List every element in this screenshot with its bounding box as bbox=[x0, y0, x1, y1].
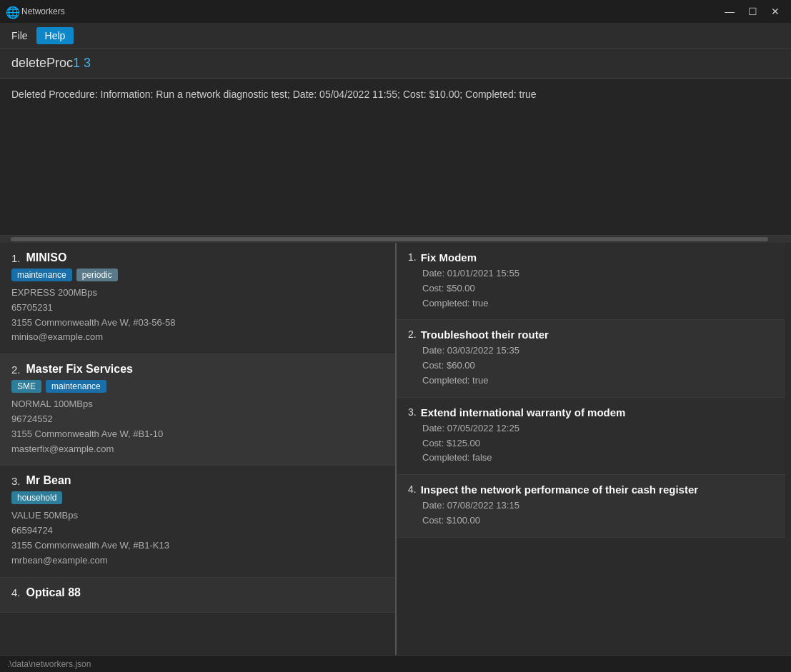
procedure-details: Date: 03/03/2022 15:35Cost: $60.00Comple… bbox=[408, 343, 774, 388]
client-item[interactable]: 4. Optical 88 bbox=[0, 578, 395, 613]
client-plan: VALUE 50MBps bbox=[11, 508, 384, 523]
procedure-cost: Cost: $60.00 bbox=[422, 358, 774, 373]
procedure-details: Date: 07/05/2022 12:25Cost: $125.00Compl… bbox=[408, 421, 774, 466]
client-name: Mr Bean bbox=[26, 474, 71, 487]
procedure-date: Date: 07/05/2022 12:25 bbox=[422, 421, 774, 436]
command-text: deleteProc1 3 bbox=[11, 56, 91, 70]
vertical-scrollbar[interactable] bbox=[785, 243, 791, 655]
client-phone: 66594724 bbox=[11, 523, 384, 538]
client-header: 2. Master Fix Services bbox=[11, 363, 384, 376]
client-email: mrbean@example.com bbox=[11, 553, 384, 568]
procedure-header: 2. Troubleshoot their router bbox=[408, 329, 774, 341]
procedure-number: 1. bbox=[408, 251, 417, 263]
procedure-header: 1. Fix Modem bbox=[408, 251, 774, 264]
procedure-name: Troubleshoot their router bbox=[421, 329, 549, 341]
procedure-completed: Completed: true bbox=[422, 373, 774, 388]
client-header: 4. Optical 88 bbox=[11, 586, 384, 599]
client-tags: maintenanceperiodic bbox=[11, 269, 384, 281]
procedure-header: 4. Inspect the network performance of th… bbox=[408, 483, 774, 496]
procedure-completed: Completed: false bbox=[422, 451, 774, 466]
client-header: 3. Mr Bean bbox=[11, 474, 384, 487]
maximize-button[interactable]: ☐ bbox=[742, 4, 762, 19]
client-number: 2. bbox=[11, 363, 21, 376]
client-phone: 96724552 bbox=[11, 412, 384, 427]
procedure-number: 4. bbox=[408, 483, 417, 495]
app-title: Networkers bbox=[21, 6, 65, 16]
procedure-cost: Cost: $50.00 bbox=[422, 281, 774, 296]
procedure-header: 3. Extend international warranty of mode… bbox=[408, 406, 774, 418]
procedure-cost: Cost: $125.00 bbox=[422, 436, 774, 451]
procedure-name: Fix Modem bbox=[421, 251, 477, 264]
client-details: NORMAL 100MBps967245523155 Commonwealth … bbox=[11, 397, 384, 456]
procedure-details: Date: 07/08/2022 13:15Cost: $100.00 bbox=[408, 498, 774, 528]
status-text: .\data\networkers.json bbox=[7, 659, 91, 669]
tag: SME bbox=[11, 380, 41, 393]
procedure-item[interactable]: 3. Extend international warranty of mode… bbox=[397, 398, 785, 475]
client-phone: 65705231 bbox=[11, 301, 384, 316]
procedure-date: Date: 07/08/2022 13:15 bbox=[422, 498, 774, 513]
close-button[interactable]: ✕ bbox=[765, 4, 785, 19]
client-item[interactable]: 1. MINISO maintenanceperiodic EXPRESS 20… bbox=[0, 243, 395, 354]
procedure-list[interactable]: 1. Fix Modem Date: 01/01/2021 15:55Cost:… bbox=[397, 243, 785, 655]
output-area: Deleted Procedure: Information: Run a ne… bbox=[0, 79, 791, 236]
client-tags: SMEmaintenance bbox=[11, 380, 384, 393]
procedure-date: Date: 03/03/2022 15:35 bbox=[422, 343, 774, 358]
client-plan: NORMAL 100MBps bbox=[11, 397, 384, 412]
title-bar: 🌐 Networkers — ☐ ✕ bbox=[0, 0, 791, 23]
client-number: 1. bbox=[11, 252, 21, 264]
scroll-thumb[interactable] bbox=[11, 237, 768, 241]
procedure-name: Inspect the network performance of their… bbox=[421, 483, 698, 496]
menu-file[interactable]: File bbox=[3, 27, 36, 44]
output-text: Deleted Procedure: Information: Run a ne… bbox=[11, 89, 537, 100]
horizontal-scrollbar[interactable] bbox=[0, 236, 791, 243]
title-bar-left: 🌐 Networkers bbox=[6, 6, 65, 17]
procedure-item[interactable]: 4. Inspect the network performance of th… bbox=[397, 475, 785, 538]
procedure-number: 3. bbox=[408, 406, 417, 418]
client-tags: household bbox=[11, 491, 384, 504]
client-header: 1. MINISO bbox=[11, 251, 384, 264]
client-name: Master Fix Services bbox=[26, 363, 133, 376]
client-details: EXPRESS 200MBps657052313155 Commonwealth… bbox=[11, 286, 384, 345]
procedure-completed: Completed: true bbox=[422, 296, 774, 311]
client-name: MINISO bbox=[26, 251, 67, 264]
client-address: 3155 Commonwealth Ave W, #B1-10 bbox=[11, 427, 384, 442]
tag: maintenance bbox=[11, 269, 72, 281]
tag: household bbox=[11, 491, 62, 504]
procedure-item[interactable]: 2. Troubleshoot their router Date: 03/03… bbox=[397, 320, 785, 397]
client-address: 3155 Commonwealth Ave W, #B1-K13 bbox=[11, 538, 384, 553]
client-address: 3155 Commonwealth Ave W, #03-56-58 bbox=[11, 316, 384, 331]
client-name: Optical 88 bbox=[26, 586, 81, 599]
client-email: miniso@example.com bbox=[11, 330, 384, 345]
procedure-details: Date: 01/01/2021 15:55Cost: $50.00Comple… bbox=[408, 266, 774, 311]
procedure-cost: Cost: $100.00 bbox=[422, 513, 774, 528]
procedure-date: Date: 01/01/2021 15:55 bbox=[422, 266, 774, 281]
client-number: 4. bbox=[11, 586, 21, 598]
menu-help[interactable]: Help bbox=[36, 27, 74, 44]
menu-bar: File Help bbox=[0, 23, 791, 49]
title-bar-controls: — ☐ ✕ bbox=[720, 4, 785, 19]
procedure-number: 2. bbox=[408, 329, 417, 340]
client-number: 3. bbox=[11, 475, 21, 487]
procedure-name: Extend international warranty of modem bbox=[421, 406, 626, 418]
minimize-button[interactable]: — bbox=[720, 4, 740, 19]
client-item[interactable]: 2. Master Fix Services SMEmaintenance NO… bbox=[0, 354, 395, 466]
command-area: deleteProc1 3 bbox=[0, 49, 791, 79]
client-item[interactable]: 3. Mr Bean household VALUE 50MBps6659472… bbox=[0, 466, 395, 577]
tag: maintenance bbox=[46, 380, 106, 393]
main-content: 1. MINISO maintenanceperiodic EXPRESS 20… bbox=[0, 243, 791, 655]
client-email: masterfix@example.com bbox=[11, 442, 384, 457]
client-details: VALUE 50MBps665947243155 Commonwealth Av… bbox=[11, 508, 384, 568]
app-icon: 🌐 bbox=[6, 6, 17, 17]
client-plan: EXPRESS 200MBps bbox=[11, 286, 384, 301]
status-bar: .\data\networkers.json bbox=[0, 655, 791, 672]
client-list[interactable]: 1. MINISO maintenanceperiodic EXPRESS 20… bbox=[0, 243, 397, 655]
tag: periodic bbox=[76, 269, 118, 281]
command-args: 1 3 bbox=[73, 56, 91, 70]
procedure-item[interactable]: 1. Fix Modem Date: 01/01/2021 15:55Cost:… bbox=[397, 243, 785, 320]
